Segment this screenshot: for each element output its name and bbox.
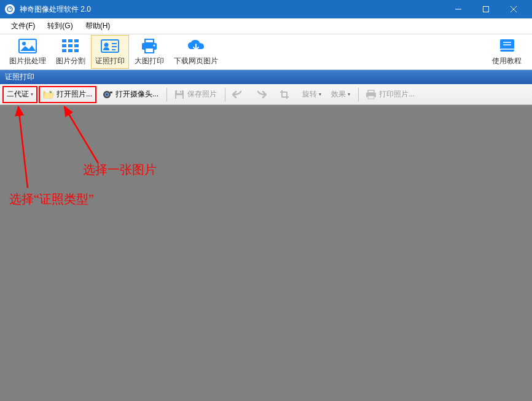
svg-rect-35 bbox=[368, 90, 374, 93]
svg-rect-9 bbox=[74, 39, 79, 42]
save-photo-button: 保存照片 bbox=[170, 86, 221, 103]
annotation-arrow bbox=[58, 105, 108, 166]
redo-icon bbox=[256, 89, 267, 100]
crop-button bbox=[275, 86, 297, 103]
svg-rect-8 bbox=[68, 39, 72, 42]
content-area: 选择一张图片 选择“证照类型” bbox=[0, 105, 532, 401]
svg-rect-15 bbox=[74, 49, 79, 52]
menu-file[interactable]: 文件(F) bbox=[5, 18, 41, 34]
open-camera-button[interactable]: 打开摄像头... bbox=[98, 86, 163, 103]
ribbon-big-print[interactable]: 大图打印 bbox=[130, 35, 168, 69]
svg-rect-23 bbox=[145, 48, 154, 53]
close-button[interactable] bbox=[499, 0, 527, 18]
caret-icon: ▾ bbox=[319, 91, 321, 97]
svg-rect-7 bbox=[62, 39, 66, 42]
svg-rect-13 bbox=[62, 49, 66, 52]
titlebar: 神奇图像处理软件 2.0 bbox=[0, 0, 532, 18]
cloud-download-icon bbox=[186, 37, 206, 55]
caret-icon: ▾ bbox=[31, 91, 33, 97]
ribbon-download-web[interactable]: 下载网页图片 bbox=[170, 35, 222, 69]
annotation-select-image: 选择一张图片 bbox=[83, 162, 157, 178]
ribbon: 图片批处理 图片分割 证照打印 大图打印 下载网页图片 bbox=[0, 34, 532, 70]
print-photo-button: 打印照片... bbox=[361, 86, 419, 103]
svg-line-38 bbox=[18, 107, 28, 188]
menu-help[interactable]: 帮助(H) bbox=[79, 18, 117, 34]
ribbon-id-print[interactable]: 证照打印 bbox=[91, 35, 129, 69]
svg-point-29 bbox=[106, 93, 108, 96]
camera-icon bbox=[102, 89, 113, 100]
menu-goto[interactable]: 转到(G) bbox=[41, 18, 79, 34]
svg-rect-30 bbox=[110, 91, 112, 93]
svg-rect-10 bbox=[62, 44, 66, 47]
svg-rect-11 bbox=[68, 44, 72, 47]
ribbon-batch-process[interactable]: 图片批处理 bbox=[5, 35, 50, 69]
window-title: 神奇图像处理软件 2.0 bbox=[20, 4, 444, 15]
id-card-icon bbox=[100, 37, 120, 55]
svg-point-24 bbox=[154, 45, 155, 47]
print-icon bbox=[366, 89, 377, 100]
minimize-button[interactable] bbox=[444, 0, 472, 18]
image-icon bbox=[18, 37, 37, 55]
svg-rect-37 bbox=[368, 96, 374, 99]
menubar: 文件(F) 转到(G) 帮助(H) bbox=[0, 18, 532, 34]
undo-icon bbox=[232, 89, 243, 100]
svg-rect-14 bbox=[68, 49, 72, 52]
svg-point-6 bbox=[22, 42, 26, 45]
maximize-button[interactable] bbox=[472, 0, 499, 18]
app-icon bbox=[5, 4, 15, 14]
svg-point-17 bbox=[104, 43, 109, 47]
redo-button bbox=[251, 86, 273, 103]
book-icon bbox=[497, 37, 517, 55]
printer-icon bbox=[139, 37, 159, 55]
svg-rect-33 bbox=[176, 95, 182, 99]
svg-rect-34 bbox=[180, 91, 181, 93]
open-photo-button[interactable]: 打开照片... bbox=[39, 86, 96, 103]
caret-icon: ▾ bbox=[348, 91, 350, 97]
crop-icon bbox=[279, 89, 290, 100]
svg-line-39 bbox=[65, 107, 98, 163]
effect-dropdown: 效果 ▾ bbox=[327, 86, 354, 103]
folder-open-icon bbox=[43, 89, 54, 100]
save-icon bbox=[174, 89, 185, 100]
rotate-dropdown: 旋转 ▾ bbox=[298, 86, 326, 103]
ribbon-split[interactable]: 图片分割 bbox=[52, 35, 90, 69]
toolbar: 二代证 ▾ 打开照片... 打开摄像头... 保存照片 旋转 bbox=[0, 84, 532, 105]
svg-rect-21 bbox=[145, 39, 154, 43]
grid-icon bbox=[61, 37, 80, 55]
svg-rect-12 bbox=[74, 44, 79, 47]
svg-rect-2 bbox=[483, 7, 488, 12]
id-type-dropdown[interactable]: 二代证 ▾ bbox=[2, 86, 37, 103]
annotation-select-type: 选择“证照类型” bbox=[9, 191, 94, 208]
undo-button bbox=[228, 86, 250, 103]
ribbon-tutorial[interactable]: 使用教程 bbox=[488, 35, 526, 69]
annotation-arrow bbox=[12, 105, 37, 191]
section-header: 证照打印 bbox=[0, 70, 532, 84]
